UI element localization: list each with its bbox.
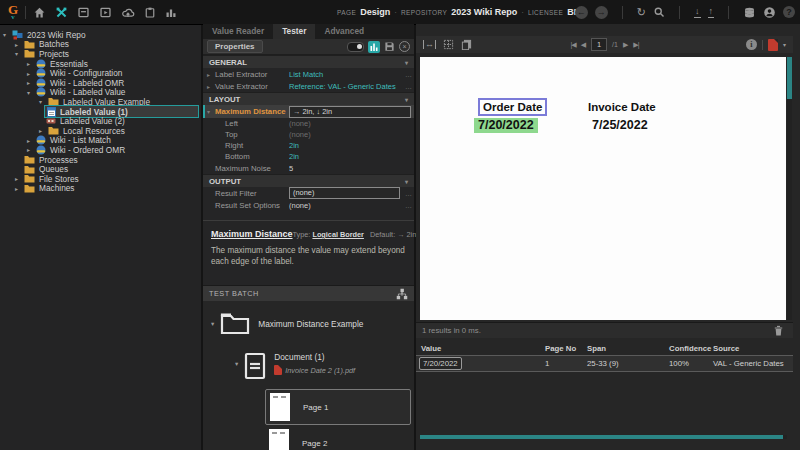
tree-item-machines[interactable]: ▸ Machines [0,184,201,194]
hierarchy-view-icon[interactable] [396,288,408,300]
close-icon[interactable]: × [399,41,410,52]
chevron-right-icon[interactable]: ▸ [15,175,24,182]
ellipsis-button[interactable]: … [403,202,414,209]
chevron-right-icon[interactable]: ▸ [27,60,36,67]
matched-label-highlight[interactable]: Order Date [478,98,547,116]
tree-item-labeled-value-1-selected[interactable]: Labeled Value (1) [0,107,201,117]
page-1-row[interactable]: Page 1 [265,389,411,425]
column-value[interactable]: Value [421,344,545,353]
result-value-cell[interactable]: 7/20/2022 [419,357,462,370]
last-page-button[interactable]: ▶| [633,41,638,49]
chevron-down-icon[interactable]: ▾ [15,50,24,57]
chevron-right-icon[interactable]: ▸ [27,137,36,144]
matched-value-highlight[interactable]: 7/20/2022 [474,118,538,133]
chevron-right-icon[interactable]: ▸ [15,41,24,48]
previous-page-button[interactable]: ◀ [581,41,586,49]
property-row-left[interactable]: Left (none) [203,118,414,129]
chevron-down-icon[interactable]: ▾ [405,178,408,185]
diagnostics-icon[interactable] [368,41,380,53]
tab-tester[interactable]: Tester [273,24,315,39]
property-row-result-set-options[interactable]: Result Set Options (none) … [203,199,414,211]
database-icon[interactable] [743,6,756,19]
property-value[interactable]: (none) [289,201,403,210]
ellipsis-button[interactable]: … [403,83,414,90]
info-icon[interactable]: i [746,39,757,50]
tree-item-local-resources[interactable]: ▸ Local Resources [0,126,201,136]
property-row-result-filter[interactable]: Result Filter (none) … [203,187,414,199]
upload-icon[interactable]: ↑ [708,7,715,18]
property-value[interactable]: 2in [289,141,414,150]
clear-results-icon[interactable] [774,325,783,336]
type-link[interactable]: Logical Border [312,230,364,239]
file-row[interactable]: Invoice Date 2 (1).pdf [274,365,355,375]
pdf-caret-icon[interactable]: ▾ [783,41,786,48]
tree-item-essentials[interactable]: ▸ Essentials [0,59,201,69]
cloud-upload-icon[interactable] [121,6,135,19]
batch-document-row[interactable]: ▾ Document (1) Invoice Date 2 (1).pdf [235,352,355,380]
tree-item-processes[interactable]: Processes [0,155,201,165]
chevron-down-icon[interactable]: ▾ [211,320,214,328]
scrollbar-thumb[interactable] [420,435,783,439]
property-value-input[interactable]: (none) [289,187,400,199]
page-value[interactable]: Design [360,7,390,17]
property-value[interactable]: List Match [289,70,403,79]
next-page-button[interactable]: ▶ [623,41,628,49]
tree-item-wiki-configuration[interactable]: ▸ Wiki - Configuration [0,68,201,78]
property-value[interactable]: 5 [289,164,414,173]
stats-bar-chart-icon[interactable] [165,6,177,19]
tab-value-reader[interactable]: Value Reader [203,24,273,39]
property-value-input[interactable]: → 2in, ↓ 2in [289,106,411,118]
batches-icon[interactable] [77,6,90,19]
chevron-down-icon[interactable]: ▾ [235,360,238,368]
property-row-label-extractor[interactable]: ▸ Label Extractor List Match … [203,68,414,80]
property-value[interactable]: Reference: VAL - Generic Dates [289,82,403,91]
user-account-icon[interactable] [763,6,776,19]
imports-icon[interactable] [99,6,112,19]
chevron-right-icon[interactable]: ▸ [39,127,48,134]
jobs-clipboard-icon[interactable] [144,6,156,19]
vertical-scrollbar[interactable] [787,57,792,320]
properties-title[interactable]: Properties [207,40,263,53]
search-icon[interactable] [653,6,665,18]
property-row-right[interactable]: Right 2in [203,140,414,151]
horizontal-scrollbar[interactable] [420,435,787,439]
repository-value[interactable]: 2023 Wiki Repo [451,7,517,17]
result-table-row[interactable]: 7/20/2022 1 25-33 (9) 100% VAL - Generic… [416,355,793,372]
forward-button[interactable]: → [595,6,608,19]
tree-item-file-stores[interactable]: ▸ File Stores [0,174,201,184]
property-value[interactable]: 2in [289,152,414,161]
section-layout[interactable]: LAYOUT ▾ [203,92,414,105]
chevron-right-icon[interactable]: ▸ [27,146,36,153]
design-tools-icon[interactable] [55,6,68,19]
column-confidence[interactable]: Confidence [669,344,713,353]
chevron-down-icon[interactable]: ▾ [405,59,408,66]
tree-item-queues[interactable]: Queues [0,164,201,174]
chevron-down-icon[interactable]: ▾ [405,96,408,103]
expand-icon[interactable]: ▸ [207,83,215,90]
tree-item-projects[interactable]: ▾ Projects [0,49,201,59]
property-value[interactable]: (none) [289,119,414,128]
property-row-top[interactable]: Top (none) [203,129,414,140]
property-row-bottom[interactable]: Bottom 2in [203,151,414,162]
chevron-down-icon[interactable]: ▾ [27,89,36,96]
save-icon[interactable] [384,41,395,52]
column-span[interactable]: Span [587,344,669,353]
scrollbar-thumb[interactable] [787,57,792,99]
tree-item-repository[interactable]: ▾ 2023 Wiki Repo [0,30,201,40]
help-icon[interactable]: ? [783,6,795,18]
tree-item-wiki-list-match[interactable]: ▸ Wiki - List Match [0,136,201,146]
expand-icon[interactable]: ▸ [207,71,215,78]
batch-folder-row[interactable]: ▾ Maximum Distance Example [211,312,363,335]
tree-item-wiki-labeled-omr[interactable]: ▸ Wiki - Labeled OMR [0,78,201,88]
download-icon[interactable]: ↓ [694,7,701,18]
pages-stack-icon[interactable] [461,39,472,50]
home-icon[interactable] [33,6,46,19]
chevron-right-icon[interactable]: ▸ [27,70,36,77]
property-row-maximum-distance[interactable]: ▾ Maximum Distance → 2in, ↓ 2in [203,105,414,118]
chevron-down-icon[interactable]: ▾ [3,31,12,38]
region-grid-icon[interactable] [443,39,454,50]
column-page-no[interactable]: Page No [545,344,587,353]
section-output[interactable]: OUTPUT ▾ [203,174,414,187]
first-page-button[interactable]: |◀ [570,41,575,49]
tree-item-wiki-ordered-omr[interactable]: ▸ Wiki - Ordered OMR [0,145,201,155]
